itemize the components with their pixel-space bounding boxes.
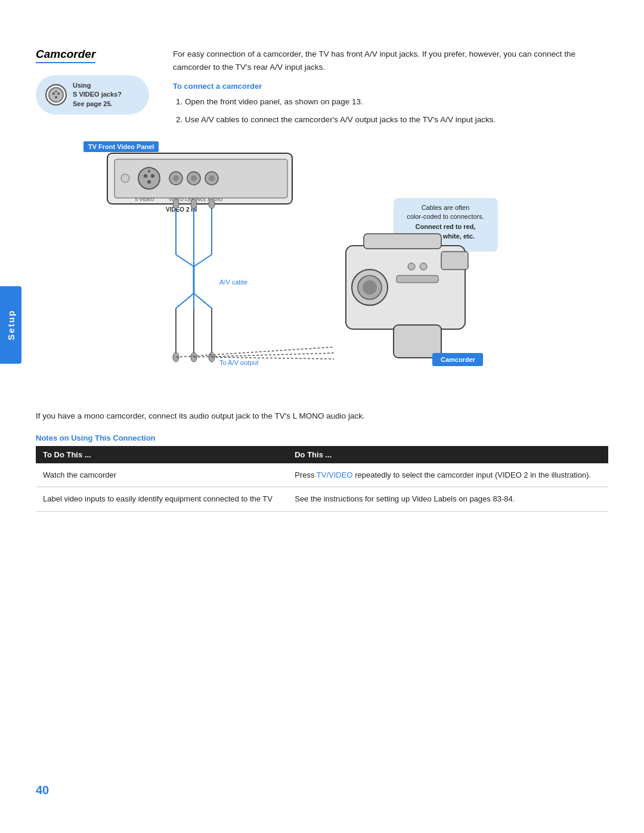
steps: Open the front video panel, as shown on … [173,95,608,126]
svg-line-34 [194,293,212,308]
svg-rect-61 [397,275,438,283]
svg-point-4 [55,91,57,92]
svg-point-1 [52,92,55,95]
notes-heading: Notes on Using This Connection [36,433,608,442]
row1-suffix: repeatedly to select the camcorder input… [353,470,592,479]
diagram-svg: S VIDEO VIDEO L(MONO) AUDIO VIDEO 2 IN [72,141,513,398]
side-tab-label: Setup [6,309,16,340]
tip-using-label: UsingS VIDEO jacks?See page 25. [73,82,122,107]
svg-point-11 [148,170,150,172]
tip-box: UsingS VIDEO jacks?See page 25. [36,75,149,114]
s-video-icon [45,84,67,106]
svg-point-2 [57,92,60,95]
section-title: Camcorder [36,48,95,63]
notes-table: To Do This ... Do This ... Watch the cam… [36,446,608,512]
table-cell-2-1: Label video inputs to easily identify eq… [36,487,287,512]
svg-rect-58 [394,325,441,358]
row1-prefix: Press [295,470,317,479]
svg-point-3 [55,96,57,98]
svg-text:Connect red to red,: Connect red to red, [416,223,476,230]
svg-text:A/V cable: A/V cable [219,278,247,286]
step-2: Use A/V cables to connect the camcorder'… [185,113,608,126]
table-header-col1: To Do This ... [36,446,287,463]
connect-heading: To connect a camcorder [173,82,608,91]
svg-line-30 [194,255,212,267]
svg-point-10 [147,180,151,184]
svg-line-32 [176,293,194,308]
svg-text:S VIDEO: S VIDEO [135,197,154,202]
table-row: Watch the camcorder Press TV/VIDEO repea… [36,463,608,487]
svg-point-55 [363,280,377,295]
below-diagram-text: If you have a mono camcorder, connect it… [36,410,608,423]
table-row: Label video inputs to easily identify eq… [36,487,608,512]
intro-text: For easy connection of a camcorder, the … [173,48,608,73]
svg-point-40 [209,199,215,209]
svg-point-46 [121,174,129,182]
svg-line-64 [176,347,334,357]
tv-video-link: TV/VIDEO [317,470,353,479]
top-section: Camcorder UsingS VIDEO jacks?See page 25… [36,48,608,131]
page-number: 40 [36,784,49,797]
main-content: Camcorder UsingS VIDEO jacks?See page 25… [36,48,608,512]
svg-point-0 [49,88,63,102]
table-header-col2: Do This ... [287,446,608,463]
svg-text:Camcorder: Camcorder [441,356,476,363]
svg-point-17 [209,175,215,181]
svg-text:Cables are often: Cables are often [422,204,470,211]
table-cell-2-2: See the instructions for setting up Vide… [287,487,608,512]
svg-point-8 [144,174,147,178]
svg-point-39 [191,199,197,209]
svg-point-9 [151,174,154,178]
table-header-row: To Do This ... Do This ... [36,446,608,463]
svg-point-59 [408,263,415,270]
left-column: Camcorder UsingS VIDEO jacks?See page 25… [36,48,155,114]
right-column: For easy connection of a camcorder, the … [173,48,608,131]
step-1: Open the front video panel, as shown on … [185,95,608,109]
svg-rect-57 [364,234,441,249]
table-cell-1-2: Press TV/VIDEO repeatedly to select the … [287,463,608,487]
svg-point-38 [173,199,179,209]
table-cell-1-1: Watch the camcorder [36,463,287,487]
svg-point-60 [420,263,427,270]
svg-text:color-coded to connectors.: color-coded to connectors. [407,213,484,220]
svg-point-15 [191,175,197,181]
svg-text:To A/V output: To A/V output [219,359,258,366]
svg-rect-56 [441,252,468,270]
svg-line-28 [176,255,194,267]
svg-point-13 [173,175,179,181]
tip-box-text: UsingS VIDEO jacks?See page 25. [73,81,122,109]
side-tab: Setup [0,286,21,364]
diagram-area: TV Front Video Panel S VIDEO VIDEO L(MO [36,141,608,398]
